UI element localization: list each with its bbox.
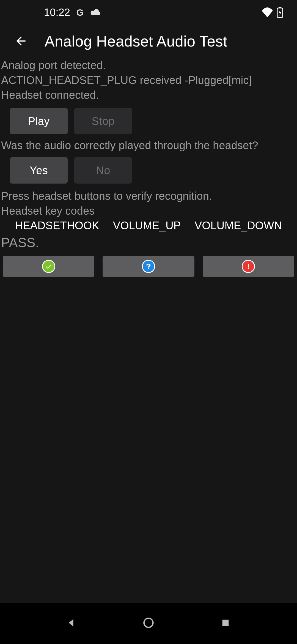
wifi-icon: [261, 7, 273, 17]
fail-button[interactable]: !: [203, 256, 294, 277]
key-codes-row: HEADSETHOOK VOLUME_UP VOLUME_DOWN: [0, 218, 297, 232]
result-button-row: ? !: [0, 250, 297, 277]
detection-line-1: Analog port detected.: [1, 58, 296, 73]
detection-line-2: ACTION_HEADSET_PLUG received -Plugged[mi…: [1, 73, 296, 88]
audio-question: Was the audio correctly played through t…: [0, 139, 297, 152]
status-time: 10:22: [44, 7, 70, 18]
status-bar: 10:22 G: [0, 0, 297, 25]
no-button: No: [74, 157, 132, 184]
battery-charging-icon: [277, 7, 283, 18]
google-icon: G: [75, 7, 85, 17]
test-result: PASS.: [0, 232, 297, 250]
question-icon: ?: [142, 260, 155, 273]
key-code-volume-down: VOLUME_DOWN: [194, 219, 282, 232]
app-bar: Analog Headset Audio Test: [0, 25, 297, 58]
svg-rect-3: [222, 620, 229, 626]
stop-button: Stop: [74, 108, 132, 134]
square-icon: [221, 618, 230, 629]
status-left: 10:22 G: [0, 7, 101, 18]
system-nav-bar: [0, 603, 297, 644]
key-code-headsethook: HEADSETHOOK: [15, 219, 99, 232]
detection-status: Analog port detected. ACTION_HEADSET_PLU…: [0, 58, 297, 102]
check-icon: [42, 260, 55, 273]
instruction-line-1: Press headset buttons to verify recognit…: [1, 189, 296, 203]
playback-button-row: Play Stop: [0, 105, 297, 138]
page-title: Analog Headset Audio Test: [45, 32, 227, 50]
circle-icon: [142, 617, 155, 630]
yes-button[interactable]: Yes: [10, 157, 68, 184]
back-button[interactable]: [11, 31, 31, 51]
svg-rect-1: [279, 7, 281, 8]
content: Analog port detected. ACTION_HEADSET_PLU…: [0, 58, 297, 644]
pass-button[interactable]: [3, 256, 94, 277]
detection-line-3: Headset connected.: [1, 88, 296, 102]
status-right: [261, 7, 283, 18]
svg-point-2: [144, 618, 153, 627]
key-code-volume-up: VOLUME_UP: [113, 219, 181, 232]
triangle-left-icon: [66, 617, 77, 629]
instruction-line-2: Headset key codes: [1, 203, 296, 218]
answer-button-row: Yes No: [0, 154, 297, 187]
play-button[interactable]: Play: [10, 108, 68, 134]
instructions: Press headset buttons to verify recognit…: [0, 189, 297, 218]
exclamation-icon: !: [242, 260, 255, 273]
cloud-icon: [90, 9, 101, 16]
arrow-left-icon: [14, 34, 28, 49]
nav-back-button[interactable]: [61, 612, 82, 634]
nav-recents-button[interactable]: [215, 612, 237, 634]
info-button[interactable]: ?: [103, 256, 194, 277]
nav-home-button[interactable]: [138, 612, 160, 634]
